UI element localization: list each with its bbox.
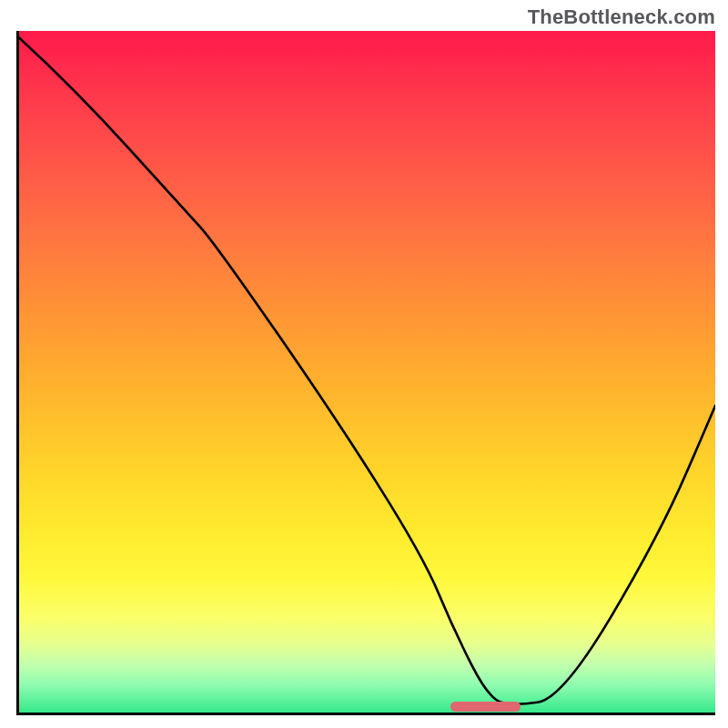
plot-area: [16, 31, 715, 715]
curve-svg: [19, 31, 715, 713]
optimal-marker: [450, 702, 521, 712]
bottleneck-curve-path: [19, 37, 715, 703]
watermark-label: TheBottleneck.com: [528, 5, 715, 29]
chart-stage: TheBottleneck.com: [0, 0, 728, 728]
